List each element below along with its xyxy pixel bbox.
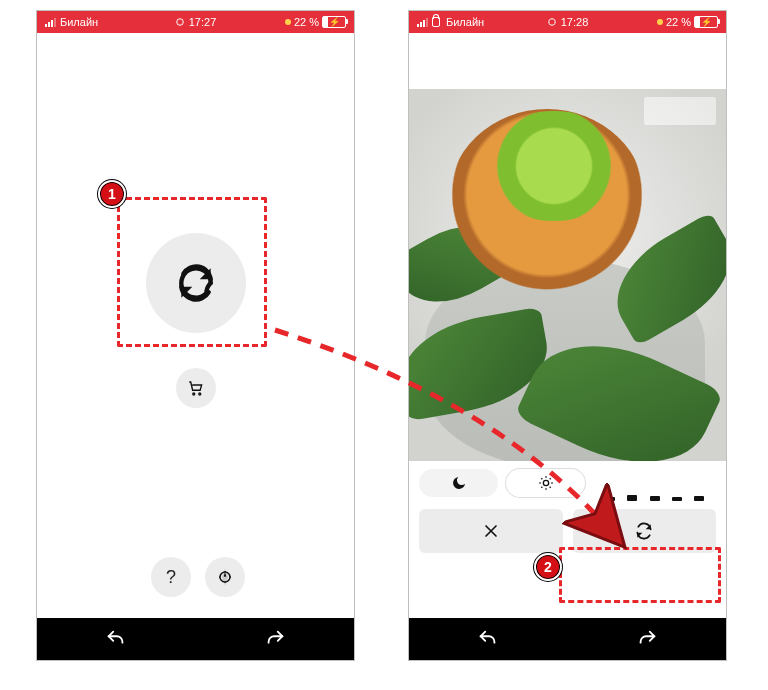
svg-point-6 (543, 480, 548, 485)
svg-point-0 (176, 19, 183, 26)
brightness-icon (538, 475, 554, 491)
refresh-icon (634, 521, 654, 541)
battery-label: 22 % (294, 16, 319, 28)
cart-button[interactable] (176, 368, 216, 408)
status-right: 22 % ⚡ (285, 16, 346, 28)
level-bar (694, 496, 704, 501)
levels-mode-button[interactable] (593, 469, 716, 501)
activity-icon (175, 17, 185, 27)
photo-preview (409, 33, 726, 461)
redo-button[interactable] (636, 628, 658, 650)
battery-icon: ⚡ (322, 16, 346, 28)
redo-button[interactable] (264, 628, 286, 650)
undo-icon (477, 628, 499, 650)
carrier-label: Билайн (446, 16, 484, 28)
help-icon: ? (166, 567, 176, 588)
svg-point-2 (198, 393, 200, 395)
undo-button[interactable] (477, 628, 499, 650)
status-bar: Билайн 17:27 22 % ⚡ (37, 11, 354, 33)
notification-dot (285, 19, 291, 25)
brightness-mode-button[interactable] (506, 469, 585, 497)
step-badge-2: 2 (534, 553, 562, 581)
notification-dot (657, 19, 663, 25)
settings-button[interactable] (205, 557, 245, 597)
signal-icon (417, 17, 428, 27)
food-image (409, 89, 726, 461)
battery-label: 22 % (666, 16, 691, 28)
status-left: Билайн (417, 16, 484, 28)
activity-icon (547, 17, 557, 27)
bottom-nav (37, 618, 354, 660)
cart-icon (187, 379, 205, 397)
night-mode-button[interactable] (419, 469, 498, 497)
night-icon (451, 475, 467, 491)
level-bar (650, 496, 660, 501)
status-left: Билайн (45, 16, 98, 28)
signal-icon (45, 17, 56, 27)
modes-row (409, 461, 726, 505)
settings-icon (215, 567, 235, 587)
highlight-box-step-1 (117, 197, 267, 347)
battery-icon: ⚡ (694, 16, 718, 28)
cancel-button[interactable] (419, 509, 563, 553)
clock-label: 17:28 (561, 16, 589, 28)
lock-icon (432, 17, 440, 27)
clock-label: 17:27 (189, 16, 217, 28)
bottom-nav (409, 618, 726, 660)
confirm-row (409, 505, 726, 553)
top-toolbar (409, 33, 726, 89)
highlight-box-step-2 (559, 547, 721, 603)
svg-point-5 (548, 19, 555, 26)
svg-point-1 (192, 393, 194, 395)
level-bar (672, 497, 682, 501)
tutorial-stage: Билайн 17:27 22 % ⚡ (0, 0, 768, 690)
redo-icon (264, 628, 286, 650)
status-right: 22 % ⚡ (657, 16, 718, 28)
undo-icon (105, 628, 127, 650)
status-bar: Билайн 17:28 22 % ⚡ (409, 11, 726, 33)
carrier-label: Билайн (60, 16, 98, 28)
close-icon (481, 521, 501, 541)
help-button[interactable]: ? (151, 557, 191, 597)
level-bar (605, 497, 615, 501)
undo-button[interactable] (105, 628, 127, 650)
redo-icon (636, 628, 658, 650)
step-badge-1: 1 (98, 180, 126, 208)
level-bar (627, 495, 637, 501)
